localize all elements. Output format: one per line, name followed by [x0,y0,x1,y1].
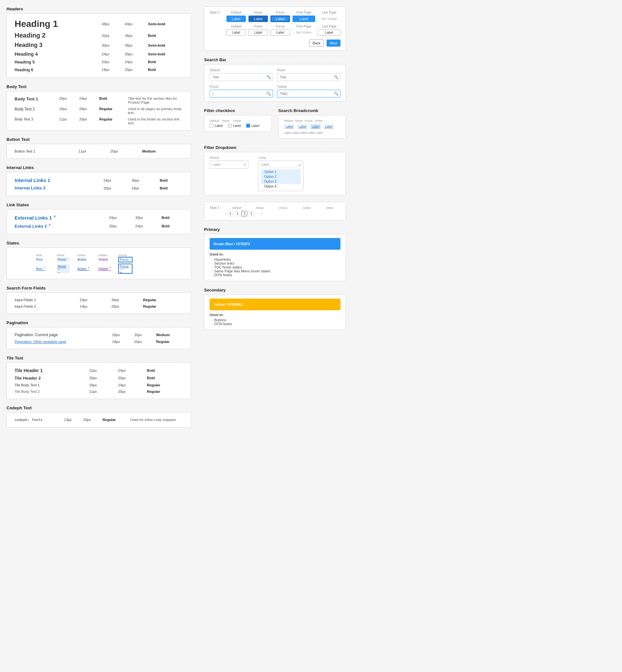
codeph-text-label: codeph: fonts [14,418,42,422]
state-active-link[interactable]: Active [77,258,91,261]
headers-section: Headers Heading 1 48px 40px Semi-bold He… [6,6,191,78]
heading6-size1: 18px [99,66,123,73]
internal-link-2[interactable]: Internal Links 2 [14,185,45,190]
state-hover-link[interactable]: Hover [57,257,70,262]
table-row: Heading 4 24px 30px Semi-bold [12,50,186,58]
filter-dd-option-4[interactable]: · Option 4 [261,184,301,189]
row2-btn-hover[interactable]: Label [248,30,268,36]
search-hover-icon: 🔍 [334,75,339,79]
body-text-2-label: Body Text 2 [14,107,35,111]
table-row: Button Text 1 11px 20px Medium [12,148,186,154]
row2-btn-default[interactable]: Label [227,30,246,36]
state-rest-ext-link[interactable]: Rest ↗ [36,267,49,271]
search-default-input[interactable] [210,73,273,81]
ckb-hover-box[interactable] [228,124,232,128]
search-form-box: Input Fields 1 24px 30px Regular Input F… [6,292,191,314]
pag-prev-arrow[interactable]: ‹ [225,212,226,215]
search-typing-input[interactable] [277,90,341,98]
search-form-section: Search Form Fields Input Fields 1 24px 3… [6,286,191,314]
filter-dd-active: Active Label ▴ · Option 1 · Option 2 · O… [258,156,304,191]
ckb-hover-text: Label [233,124,241,128]
external-link-1[interactable]: External Links 1 ↗ [14,215,56,220]
state-hover-ext-link[interactable]: Hover ↗ [57,264,70,273]
heading1-size2: 40px [122,17,145,30]
ckb-hover-header: Hover [222,119,230,122]
search-breadcrumb-box: Default Hover Focus Active Label Label L… [278,115,346,139]
table-row: External Links 1 ↗ 24px 30px Bold [12,213,186,222]
pagination-section: Pagination Pagination: Current page 18px… [6,320,191,349]
pag-num-3[interactable]: 1 [248,211,254,216]
pag-numbers-row: ‹ 1 1 1 1 · · · › [210,211,341,216]
bc-focus-header: Focus [305,119,313,122]
default-header: Default [227,11,246,14]
secondary-used-in: Used in: Buttons DITA Notes [210,313,341,326]
external-link-2[interactable]: External Links 2 ↗ [14,224,50,228]
bc-item-3[interactable]: Label [310,124,321,129]
next-button[interactable]: Next [326,39,341,47]
secondary-color-section: Secondary Yellow / #FDB801 Used in: Butt… [204,288,346,330]
table-row: Heading 3 30px 36px Semi-bold [12,40,186,50]
link-states-section: Link States External Links 1 ↗ 24px 30px… [6,203,191,234]
bc-item-1[interactable]: Label [284,124,295,129]
pag-more-header: More [319,206,341,210]
tile-body-2: Tile Body Text 2 [14,390,40,393]
filter-dd-option-2[interactable]: · Option 2 [261,174,301,179]
heading5-size2: 24px [122,58,145,66]
row2-btn-focus[interactable]: Label [271,30,290,36]
table-row: Input Fields 1 24px 30px Regular [12,297,186,303]
ckb-active-box[interactable] [246,124,250,128]
btn-default[interactable]: Label [227,15,246,22]
pag-other-link[interactable]: Pagination: Other available page [14,340,66,344]
filter-dd-option-1[interactable]: · Option 1 [261,169,301,174]
bc-default-header: Default [284,119,293,122]
pag-hover-header: Hover [249,206,271,210]
states-row1: Rest Hover Active Visited Focus [12,257,186,262]
heading3-size2: 36px [122,40,145,50]
back-button[interactable]: Back [309,39,324,47]
state-rest-link[interactable]: Rest [36,258,49,261]
search-default-icon: 🔍 [266,75,271,79]
btn-not-visible: Not Visible [318,16,341,22]
row2-btn-last[interactable]: Label [318,30,341,36]
pagination-right-section: Style 1 Default Hover Focus Active More … [204,202,346,220]
state-focus-ext-link[interactable]: Focus ↗ [119,264,132,273]
btn-focus[interactable]: Label [271,15,290,22]
filter-dropdown-title: Filter Dropdown [204,145,346,150]
ckb-active: Label [246,124,259,128]
pag-num-2[interactable]: 1 [235,211,240,216]
row2-last-page-header: Last Page [318,25,341,28]
back-next-row: Back Next [210,39,341,47]
state-visited-ext-link[interactable]: Visited ↗ [98,267,111,271]
table-row: External Links 2 ↗ 20px 24px Bold [12,222,186,230]
search-hover-input[interactable] [277,73,341,81]
state-active-ext-link[interactable]: Active ↗ [77,267,91,271]
filter-dd-option-3[interactable]: · Option 3 [261,179,301,184]
ckb-default-box[interactable] [210,124,213,128]
state-focus-link[interactable]: Focus [119,257,132,262]
body-text-3-label: Body Text 3 [14,117,33,121]
search-focus-input[interactable] [210,90,273,98]
pag-next-arrow[interactable]: › [262,212,263,215]
bc-item-4[interactable]: Label [323,124,334,129]
internal-link-1[interactable]: Internal Links 1 [14,177,50,183]
btn-hover[interactable]: Label [248,15,268,22]
table-row: Pagination: Current page 18px 20px Mediu… [12,331,186,339]
search-states-grid: Default 🔍 Hover 🔍 Fo [210,68,341,98]
filter-dd-default-label: Default [210,156,248,160]
tile-header-2: Tile Header 2 [14,376,41,381]
secondary-color-swatch: Yellow / #FDB801 [210,298,341,310]
filter-dd-default-value: Label ▾ [212,163,246,167]
list-item: Hyperlinks [212,257,341,261]
last-page-header: Last Page [318,11,341,14]
pagination-right-box: Style 1 Default Hover Focus Active More … [204,202,346,220]
bc-item-2[interactable]: Label [297,124,308,129]
state-visited-link[interactable]: Visited [98,258,111,261]
pag-num-1[interactable]: 1 [228,211,233,216]
search-default-wrap: 🔍 [210,73,273,81]
btn-first-page[interactable]: Label [292,15,315,22]
secondary-used-in-title: Used in: [210,313,341,317]
search-form-table: Input Fields 1 24px 30px Regular Input F… [12,297,186,310]
heading2-size1: 32px [99,30,123,40]
pag-num-current[interactable]: 1 [241,211,247,216]
search-typing-label: Typing [277,85,341,89]
